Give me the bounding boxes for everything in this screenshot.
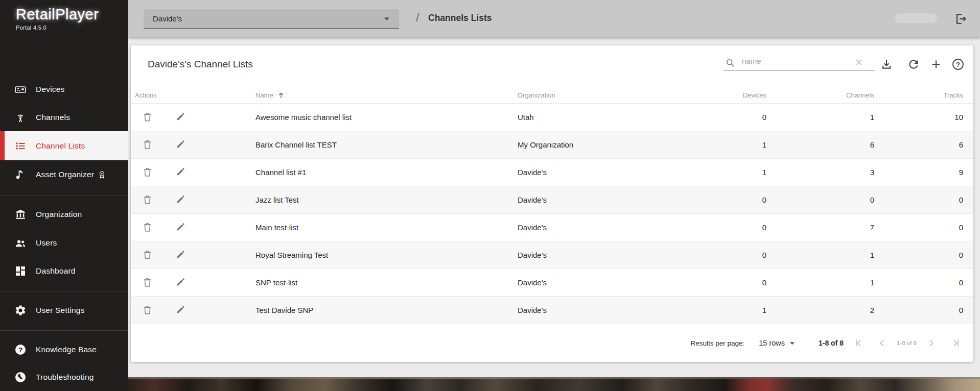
edit-button[interactable] [174, 194, 186, 206]
wrench-circle-icon [14, 371, 27, 383]
sidebar-item-organization[interactable]: Organization [0, 200, 128, 229]
organization-cell: Davide's [518, 278, 667, 287]
edit-button[interactable] [174, 111, 186, 124]
organization-cell: Davide's [518, 306, 667, 314]
organization-select-value: Davide's [153, 14, 384, 23]
sidebar-item-label: Dashboard [36, 266, 76, 276]
chevron-down-icon [384, 17, 390, 21]
help-button[interactable]: ? [951, 58, 965, 71]
sidebar-item-channels[interactable]: Channels [0, 103, 128, 132]
table-row: Awesome music channel list Utah 0 1 10 [131, 104, 973, 131]
column-header-name-label: Name [255, 91, 273, 99]
organization-cell: Davide's [518, 168, 667, 177]
actions-cell [131, 249, 255, 261]
name-cell: Jazz list Test [255, 196, 518, 204]
search-icon [725, 58, 735, 68]
tracks-cell: 0 [874, 223, 963, 232]
pencil-icon [175, 194, 186, 205]
organization-cell: Davide's [518, 223, 667, 232]
sidebar-item-label: Asset Organizer [36, 170, 94, 179]
refresh-button[interactable] [907, 58, 920, 71]
pencil-icon [175, 304, 186, 315]
sidebar-item-knowledge-base[interactable]: ? Knowledge Base [0, 335, 128, 364]
tracks-cell: 0 [874, 196, 963, 204]
trash-icon [142, 111, 153, 123]
pagination-range-detail: 1-8 of 8 [897, 340, 917, 346]
clear-search-icon[interactable] [854, 58, 864, 67]
channels-cell: 0 [766, 196, 874, 204]
table-row: SNP test-list Davide's 0 1 0 [131, 269, 973, 297]
trash-icon [142, 222, 153, 233]
page-size-select[interactable]: 15 rows [759, 339, 795, 347]
actions-cell [131, 139, 255, 151]
actions-cell [131, 194, 255, 206]
table-row: Jazz list Test Davide's 0 0 0 [131, 186, 973, 214]
last-page-icon[interactable] [950, 337, 962, 349]
devices-cell: 1 [667, 168, 766, 177]
channel-lists-panel: Davide's's Channel Lists ? Actions Name … [131, 45, 973, 362]
table-row: Barix Channel list TEST My Organization … [131, 131, 973, 159]
column-header-channels[interactable]: Channels [766, 91, 874, 99]
column-header-organization[interactable]: Organization [518, 91, 667, 99]
sidebar-item-user-settings[interactable]: User Settings [0, 296, 128, 325]
edit-button[interactable] [174, 166, 186, 179]
actions-cell [131, 111, 255, 124]
download-icon [880, 58, 893, 71]
pagination-range: 1-8 of 8 [819, 339, 844, 347]
edit-button[interactable] [174, 249, 186, 261]
first-page-icon[interactable] [853, 337, 864, 349]
channels-cell: 7 [766, 223, 874, 232]
chevron-down-icon [789, 341, 795, 345]
sidebar-item-dashboard[interactable]: Dashboard [0, 257, 128, 285]
sidebar-divider [0, 330, 128, 331]
column-header-name[interactable]: Name [255, 91, 518, 100]
users-icon [14, 237, 27, 249]
organization-select[interactable]: Davide's [144, 9, 399, 29]
download-button[interactable] [880, 58, 893, 71]
tracks-cell: 0 [874, 306, 963, 314]
delete-button[interactable] [141, 139, 153, 151]
edit-button[interactable] [174, 277, 186, 289]
edit-button[interactable] [174, 222, 186, 234]
name-cell: Awesome music channel list [255, 113, 518, 121]
sidebar-divider [0, 291, 128, 291]
devices-cell: 0 [667, 223, 766, 232]
svg-text:?: ? [956, 61, 960, 68]
topbar: Davide's / Channels Lists [128, 0, 980, 37]
next-page-icon[interactable] [926, 337, 937, 349]
sidebar-item-users[interactable]: Users [0, 229, 128, 257]
delete-button[interactable] [141, 304, 153, 316]
delete-button[interactable] [141, 166, 153, 179]
column-header-devices[interactable]: Devices [667, 91, 766, 99]
search-input[interactable] [724, 54, 875, 71]
logout-button[interactable] [953, 12, 968, 26]
delete-button[interactable] [141, 222, 153, 234]
trash-icon [142, 166, 153, 178]
column-header-tracks[interactable]: Tracks [874, 91, 963, 99]
sidebar-item-asset-organizer[interactable]: Asset Organizer [0, 160, 128, 189]
delete-button[interactable] [141, 111, 153, 124]
delete-button[interactable] [141, 194, 153, 206]
tracks-cell: 6 [874, 140, 963, 149]
edit-button[interactable] [174, 139, 186, 151]
edit-button[interactable] [174, 304, 186, 316]
username-pill [895, 13, 937, 23]
table-body: Awesome music channel list Utah 0 1 10 B… [131, 104, 973, 324]
search-field [724, 54, 875, 71]
sidebar-item-label: Devices [36, 85, 65, 94]
help-circle-icon: ? [14, 344, 27, 356]
channels-cell: 1 [766, 251, 874, 259]
sidebar-item-channel-lists[interactable]: Channel Lists [0, 131, 128, 160]
delete-button[interactable] [141, 277, 153, 289]
sidebar-divider [0, 195, 128, 196]
previous-page-icon[interactable] [876, 337, 888, 349]
sidebar-item-troubleshooting[interactable]: Troubleshooting [0, 363, 128, 391]
actions-cell [131, 304, 255, 316]
pencil-icon [175, 166, 186, 177]
devices-cell: 0 [667, 278, 766, 287]
delete-button[interactable] [141, 249, 153, 261]
add-button[interactable] [929, 58, 943, 71]
sidebar-item-label: Channel Lists [36, 141, 85, 151]
devices-cell: 1 [667, 306, 766, 314]
sidebar-item-devices[interactable]: Devices [0, 75, 128, 104]
